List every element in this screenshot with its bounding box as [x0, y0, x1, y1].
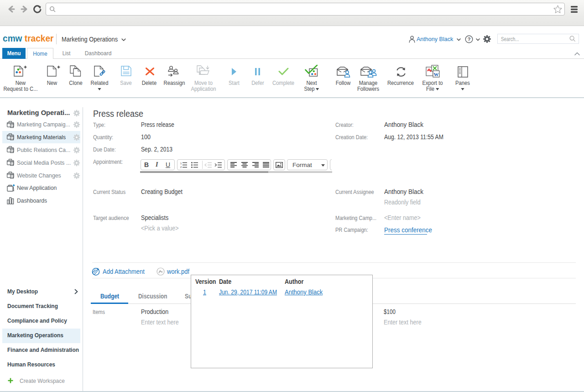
- svg-text:1: 1: [180, 162, 182, 165]
- svg-text:2: 2: [180, 166, 182, 168]
- svg-text:?: ?: [468, 37, 471, 42]
- svg-text:W: W: [434, 72, 439, 77]
